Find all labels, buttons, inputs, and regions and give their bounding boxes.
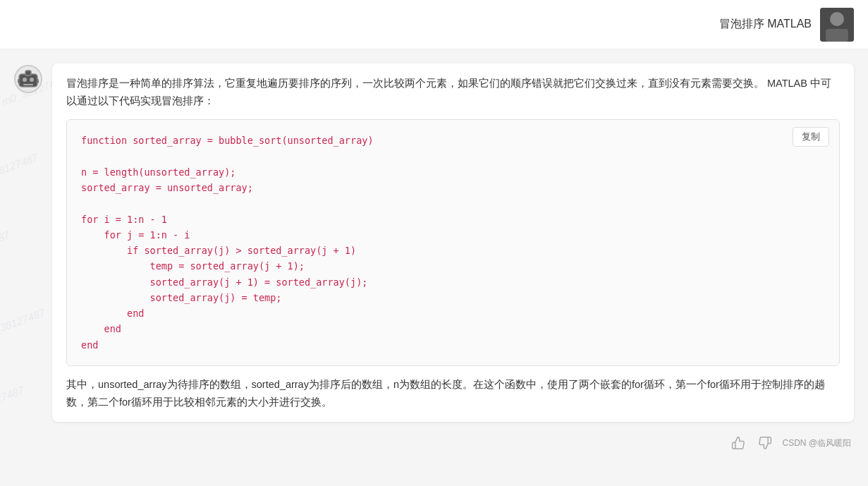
header-avatar bbox=[820, 8, 854, 42]
svg-rect-4 bbox=[25, 71, 31, 75]
bot-avatar bbox=[14, 65, 42, 93]
svg-point-1 bbox=[830, 12, 844, 26]
svg-rect-2 bbox=[826, 29, 848, 42]
chat-message: 冒泡排序是一种简单的排序算法，它重复地遍历要排序的序列，一次比较两个元素，如果它… bbox=[14, 63, 854, 422]
thumbdown-button[interactable] bbox=[755, 435, 775, 451]
header-title: 冒泡排序 MATLAB bbox=[719, 17, 812, 32]
svg-rect-7 bbox=[23, 84, 33, 85]
thumbup-button[interactable] bbox=[728, 435, 748, 451]
svg-rect-9 bbox=[37, 79, 39, 83]
svg-point-5 bbox=[23, 78, 27, 82]
footer-brand: CSDN @临风暖阳 bbox=[782, 437, 851, 449]
message-footer: CSDN @临风暖阳 bbox=[14, 435, 854, 451]
copy-button[interactable]: 复制 bbox=[793, 127, 829, 147]
outro-text: 其中，unsorted_array为待排序的数组，sorted_array为排序… bbox=[66, 376, 840, 411]
code-block-wrapper: 复制 function sorted_array = bubble_sort(u… bbox=[66, 119, 840, 366]
intro-text: 冒泡排序是一种简单的排序算法，它重复地遍历要排序的序列，一次比较两个元素，如果它… bbox=[66, 75, 840, 109]
svg-point-6 bbox=[30, 78, 34, 82]
svg-rect-8 bbox=[18, 79, 20, 83]
header: 冒泡排序 MATLAB bbox=[0, 0, 868, 49]
code-block: function sorted_array = bubble_sort(unso… bbox=[67, 120, 839, 365]
message-bubble: 冒泡排序是一种简单的排序算法，它重复地遍历要排序的序列，一次比较两个元素，如果它… bbox=[52, 63, 854, 422]
main-content: 冒泡排序是一种简单的排序算法，它重复地遍历要排序的序列，一次比较两个元素，如果它… bbox=[0, 49, 868, 466]
